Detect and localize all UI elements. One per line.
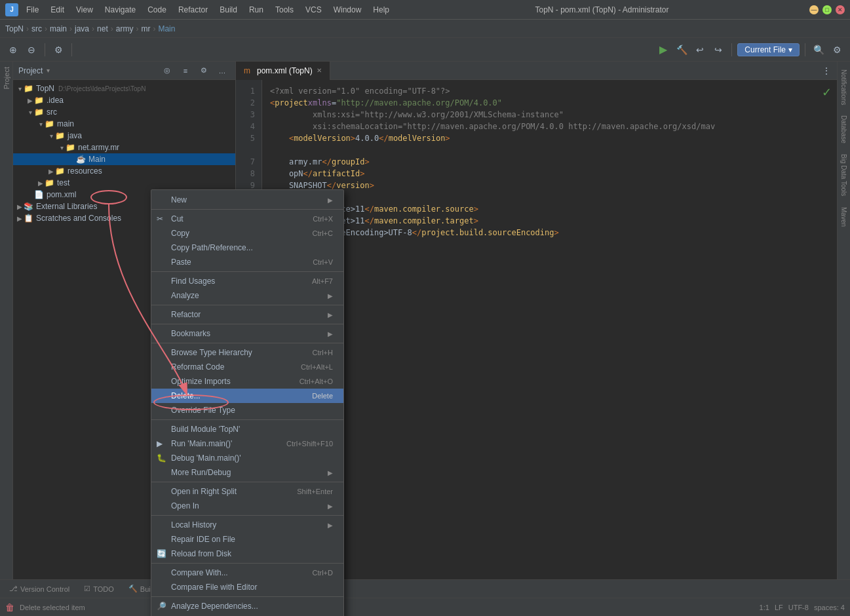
toolbar-back-btn[interactable]: ↩ [692,42,708,58]
toolbar-settings-btn[interactable]: ⚙ [50,42,66,58]
breadcrumb-java[interactable]: java [75,24,89,33]
ctx-build-module-label: Build Module 'TopN' [171,425,240,434]
sidebar-project-label[interactable]: Project [1,62,12,94]
ctx-copy-path[interactable]: Copy Path/Reference... [151,241,343,255]
tree-main[interactable]: ▾ 📁 main [13,118,235,130]
tree-test[interactable]: ▶ 📁 test [13,177,235,189]
breadcrumb-src[interactable]: src [31,24,42,33]
ctx-more-run[interactable]: More Run/Debug ▶ [151,465,343,480]
tree-resources[interactable]: ▶ 📁 resources [13,165,235,177]
file-encoding[interactable]: UTF-8 [788,604,809,611]
tree-idea[interactable]: ▶ 📁 .idea [13,94,235,106]
menu-edit[interactable]: Edit [45,3,69,16]
ctx-override-file-type[interactable]: Override File Type [151,403,343,417]
menu-refactor[interactable]: Refactor [173,3,213,16]
breadcrumb-mr[interactable]: mr [141,24,150,33]
breadcrumb-net[interactable]: net [97,24,108,33]
menu-navigate[interactable]: Navigate [100,3,141,16]
run-button[interactable]: ▶ [655,42,671,58]
toolbar-forward-btn[interactable]: ↪ [710,42,726,58]
tree-package-label: net.army.mr [78,143,119,152]
code-content[interactable]: <?xml version="1.0" encoding="UTF-8"?> <… [262,80,837,579]
maximize-button[interactable]: □ [822,5,832,14]
tree-net-army-mr[interactable]: ▾ 📁 net.army.mr [13,142,235,153]
ctx-new[interactable]: New ▶ [151,193,343,207]
project-settings-btn[interactable]: ⚙ [196,63,212,79]
ctx-cut[interactable]: ✂ Cut Ctrl+X [151,212,343,226]
database-panel-btn[interactable]: Database [839,110,849,149]
bottom-tab-version-control[interactable]: ⎇ Version Control [3,583,76,595]
ctx-build-module[interactable]: Build Module 'TopN' [151,422,343,436]
code-line-11: mpiler.source>11</maven.compiler.source> [270,203,829,215]
code-line-1: <?xml version="1.0" encoding="UTF-8"?> [270,85,829,97]
build-button[interactable]: 🔨 [674,42,689,58]
ctx-run-main[interactable]: ▶ Run 'Main.main()' Ctrl+Shift+F10 [151,436,343,451]
ctx-copy[interactable]: Copy Ctrl+C [151,226,343,241]
indent-spaces[interactable]: spaces: 4 [814,604,845,611]
ctx-browse-hierarchy-shortcut: Ctrl+H [313,349,333,356]
ctx-diagrams[interactable]: 📊 Diagrams ▶ [151,613,343,616]
tree-root-topn[interactable]: ▾ 📁 TopN D:\Projects\IdeaProjects\TopN [13,83,235,94]
ctx-local-history[interactable]: Local History ▶ [151,518,343,532]
search-button[interactable]: 🔍 [811,42,826,58]
tree-java[interactable]: ▾ 📁 java [13,130,235,142]
menu-file[interactable]: File [21,3,44,16]
ctx-refactor[interactable]: Refactor ▶ [151,307,343,322]
maven-panel-btn[interactable]: Maven [839,202,849,232]
ctx-find-usages[interactable]: Find Usages Alt+F7 [151,274,343,288]
ctx-analyze[interactable]: Analyze ▶ [151,288,343,303]
line-separator[interactable]: LF [775,604,783,611]
project-more-btn[interactable]: … [214,63,230,79]
ctx-optimize-imports[interactable]: Optimize Imports Ctrl+Alt+O [151,374,343,389]
close-button[interactable]: ✕ [836,5,845,14]
ctx-reload-disk[interactable]: 🔄 Reload from Disk [151,547,343,561]
ctx-run-shortcut: Ctrl+Shift+F10 [286,440,333,448]
editor-settings-btn[interactable]: ⋮ [819,63,834,79]
menu-code[interactable]: Code [142,3,172,16]
project-locate-btn[interactable]: ◎ [159,63,175,79]
ctx-delete[interactable]: Delete... Delete [151,389,343,403]
ctx-reformat[interactable]: Reformat Code Ctrl+Alt+L [151,360,343,374]
status-left: 🗑 Delete selected item [5,602,85,613]
minimize-button[interactable]: — [809,5,819,14]
current-file-selector[interactable]: Current File ▾ [737,43,800,56]
ctx-open-in[interactable]: Open In ▶ [151,499,343,513]
menu-vcs[interactable]: VCS [300,3,327,16]
breadcrumb-main[interactable]: Main [158,24,175,33]
ctx-paste[interactable]: Paste Ctrl+V [151,255,343,269]
breadcrumb-topn[interactable]: TopN [5,24,24,33]
tab-close-btn[interactable]: ✕ [317,67,322,74]
bottom-tab-todo[interactable]: ☑ TODO [77,583,121,595]
toolbar-collapse-btn[interactable]: ⊖ [24,42,39,58]
breadcrumb-main-dir[interactable]: main [50,24,67,33]
cursor-position[interactable]: 1:1 [760,604,769,611]
menu-build[interactable]: Build [214,3,242,16]
ctx-repair-ide[interactable]: Repair IDE on File [151,532,343,547]
ctx-browse-hierarchy[interactable]: Browse Type Hierarchy Ctrl+H [151,345,343,360]
project-collapse-btn[interactable]: ≡ [178,63,193,79]
ctx-compare-editor-label: Compare File with Editor [171,583,257,592]
tree-src[interactable]: ▾ 📁 src [13,106,235,118]
editor-tabs: m pom.xml (TopN) ✕ ⋮ [236,62,837,80]
bigdata-panel-btn[interactable]: Big Data Tools [839,149,849,201]
menu-run[interactable]: Run [244,3,269,16]
ctx-compare-editor[interactable]: Compare File with Editor [151,580,343,594]
ctx-debug-label: Debug 'Main.main()' [171,453,241,463]
ctx-open-right-split[interactable]: Open in Right Split Shift+Enter [151,484,343,499]
ctx-compare-with[interactable]: Compare With... Ctrl+D [151,566,343,580]
menu-tools[interactable]: Tools [270,3,299,16]
ctx-analyze-deps[interactable]: 🔎 Analyze Dependencies... [151,599,343,613]
menu-help[interactable]: Help [368,3,395,16]
ctx-sep-5 [151,343,343,343]
breadcrumb-army[interactable]: army [116,24,134,33]
tree-main-class[interactable]: ☕ Main [13,153,235,165]
ctx-bookmarks[interactable]: Bookmarks ▶ [151,326,343,341]
notifications-panel-btn[interactable]: Notifications [839,64,849,110]
settings-button[interactable]: ⚙ [829,42,845,58]
editor-tab-pom[interactable]: m pom.xml (TopN) ✕ [236,62,330,80]
menu-view[interactable]: View [71,3,98,16]
toolbar-expand-btn[interactable]: ⊕ [5,42,21,58]
menu-window[interactable]: Window [328,3,367,16]
tree-test-label: test [57,178,69,187]
ctx-debug-main[interactable]: 🐛 Debug 'Main.main()' [151,451,343,465]
